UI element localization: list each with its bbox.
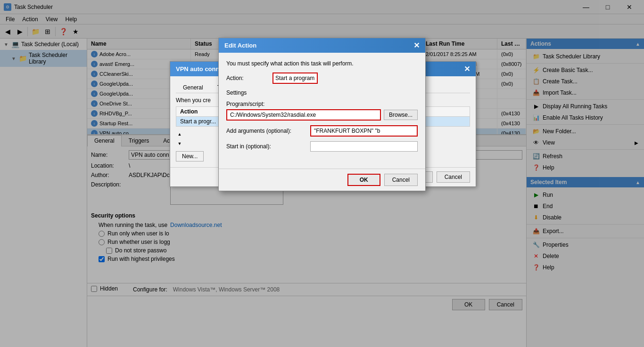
args-label: Add arguments (optional): (226, 128, 306, 134)
edit-ok-button[interactable]: OK (347, 174, 380, 186)
scroll-up-button[interactable]: ▲ (176, 130, 183, 138)
new-action-button[interactable]: New... (176, 151, 204, 161)
modal-overlay: VPN auto conn ✕ General Triggers Actions… (0, 0, 644, 347)
action-label: Action: (226, 75, 269, 81)
bg-tab-general[interactable]: General (176, 82, 210, 93)
edit-cancel-button[interactable]: Cancel (384, 174, 418, 186)
scroll-down-button[interactable]: ▼ (176, 140, 183, 147)
edit-dialog-body: You must specify what action this task w… (219, 53, 425, 164)
edit-footer: OK Cancel (219, 169, 425, 191)
edit-action-dialog: Edit Action ✕ You must specify what acti… (218, 38, 426, 191)
program-input-row: Browse... (226, 109, 418, 121)
args-row: Add arguments (optional): (226, 125, 418, 137)
startin-input[interactable] (310, 141, 418, 152)
startin-label: Start in (optional): (226, 143, 306, 150)
action-select[interactable]: Start a program (272, 73, 318, 84)
edit-dialog-close-button[interactable]: ✕ (413, 41, 420, 50)
bg-dialog-close-button[interactable]: ✕ (464, 65, 470, 73)
startin-row: Start in (optional): (226, 141, 418, 152)
program-input[interactable] (226, 109, 381, 121)
action-field-row: Action: Start a program (226, 73, 418, 84)
bg-scroll-buttons: ▲ ▼ (176, 130, 183, 147)
settings-title: Settings (226, 89, 418, 96)
browse-button[interactable]: Browse... (384, 110, 418, 120)
edit-dialog-title: Edit Action ✕ (219, 38, 425, 53)
bg-cancel-button[interactable]: Cancel (437, 171, 470, 183)
program-label: Program/script: (226, 101, 418, 107)
args-input[interactable] (310, 125, 418, 137)
edit-subtitle: You must specify what action this task w… (226, 60, 418, 67)
